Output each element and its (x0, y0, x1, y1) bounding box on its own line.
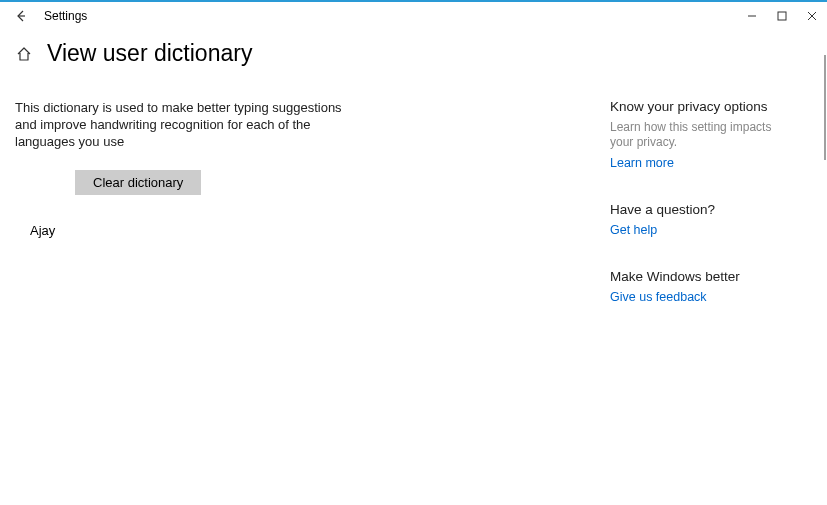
page-title: View user dictionary (47, 40, 252, 67)
window-controls (737, 2, 827, 30)
minimize-icon (747, 11, 757, 21)
question-group: Have a question? Get help (610, 202, 790, 237)
content-area: This dictionary is used to make better t… (0, 99, 827, 336)
dictionary-word-entry: Ajay (30, 223, 610, 238)
feedback-heading: Make Windows better (610, 269, 790, 284)
title-bar: Settings (0, 2, 827, 30)
clear-dictionary-button[interactable]: Clear dictionary (75, 170, 201, 195)
minimize-button[interactable] (737, 2, 767, 30)
feedback-link[interactable]: Give us feedback (610, 290, 707, 304)
privacy-heading: Know your privacy options (610, 99, 790, 114)
back-arrow-icon (13, 9, 27, 23)
close-icon (807, 11, 817, 21)
question-heading: Have a question? (610, 202, 790, 217)
back-button[interactable] (0, 2, 40, 30)
main-column: This dictionary is used to make better t… (0, 99, 610, 336)
svg-rect-2 (778, 12, 786, 20)
privacy-options-group: Know your privacy options Learn how this… (610, 99, 790, 170)
get-help-link[interactable]: Get help (610, 223, 657, 237)
page-header: View user dictionary (0, 40, 827, 67)
home-icon (16, 46, 32, 62)
scrollbar[interactable] (824, 55, 826, 160)
app-title: Settings (44, 9, 87, 23)
learn-more-link[interactable]: Learn more (610, 156, 674, 170)
dictionary-description: This dictionary is used to make better t… (15, 99, 355, 150)
close-button[interactable] (797, 2, 827, 30)
sidebar: Know your privacy options Learn how this… (610, 99, 800, 336)
privacy-description: Learn how this setting impacts your priv… (610, 120, 790, 150)
maximize-button[interactable] (767, 2, 797, 30)
maximize-icon (777, 11, 787, 21)
feedback-group: Make Windows better Give us feedback (610, 269, 790, 304)
home-button[interactable] (15, 45, 33, 63)
